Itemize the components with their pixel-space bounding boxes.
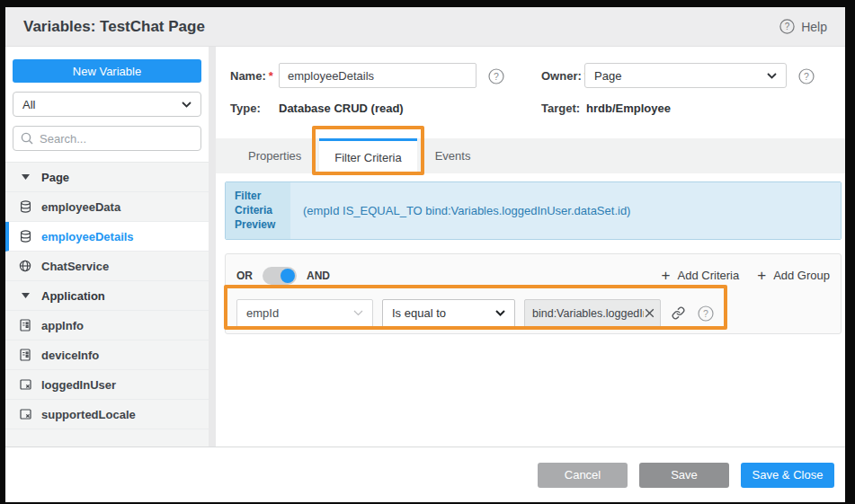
variable-label: appInfo xyxy=(41,319,84,332)
app-document-icon xyxy=(18,319,32,332)
svg-text:?: ? xyxy=(494,70,499,81)
condition-value: Is equal to xyxy=(392,306,495,320)
variable-list: Page employeeData employeeDetails ChatSe… xyxy=(5,162,216,447)
dataset-icon xyxy=(18,379,32,390)
preview-expression: (empId IS_EQUAL_TO bind:Variables.logged… xyxy=(290,182,841,239)
caret-down-icon xyxy=(18,293,32,298)
tab-events[interactable]: Events xyxy=(417,138,489,173)
database-icon xyxy=(18,230,32,243)
variable-item-deviceInfo[interactable]: deviceInfo xyxy=(5,340,216,370)
help-button[interactable]: ? Help xyxy=(779,19,827,34)
and-label: AND xyxy=(307,270,330,282)
dialog-body: New Variable All Page xyxy=(5,47,845,447)
target-label: Target: xyxy=(541,102,586,115)
variables-sidebar: New Variable All Page xyxy=(5,47,216,447)
variable-editor: Name:* ? Owner:* Page xyxy=(216,47,845,447)
target-value: hrdb/Employee xyxy=(586,102,671,115)
svg-text:?: ? xyxy=(703,308,708,319)
condition-select[interactable]: Is equal to xyxy=(382,299,515,328)
criteria-help-icon[interactable]: ? xyxy=(698,305,713,321)
variable-search xyxy=(13,126,201,151)
group-label: Application xyxy=(41,289,105,303)
sidebar-controls: New Variable All xyxy=(5,47,216,151)
chevron-down-icon xyxy=(495,310,505,316)
name-input[interactable] xyxy=(279,63,476,88)
variable-group-page[interactable]: Page xyxy=(5,163,216,192)
owner-help-icon[interactable]: ? xyxy=(798,68,814,84)
criteria-toolbar: OR AND + Add Criteria + Add Group xyxy=(236,265,830,287)
criteria-row: empId Is equal to bind:Var xyxy=(236,299,830,328)
variable-group-application[interactable]: Application xyxy=(5,281,216,311)
chevron-down-icon xyxy=(182,102,191,108)
caret-down-icon xyxy=(18,174,32,180)
type-label: Type: xyxy=(230,102,279,115)
variable-form: Name:* ? Owner:* Page xyxy=(216,47,845,115)
sidebar-scrollbar[interactable] xyxy=(209,47,216,447)
field-value: empId xyxy=(246,306,353,320)
editor-tabs: Properties Filter Criteria Events xyxy=(216,138,845,173)
field-select[interactable]: empId xyxy=(236,299,373,328)
or-label: OR xyxy=(236,270,253,282)
or-and-toggle[interactable] xyxy=(263,267,297,285)
owner-label: Owner:* xyxy=(541,69,584,83)
name-label: Name:* xyxy=(230,69,279,83)
variable-type-filter-value: All xyxy=(22,98,182,111)
owner-value: Page xyxy=(594,69,767,83)
variable-item-employeeData[interactable]: employeeData xyxy=(5,192,216,222)
help-label: Help xyxy=(801,20,827,34)
page-title: Variables: TestChat Page xyxy=(23,18,205,36)
app-document-icon xyxy=(18,349,32,361)
question-circle-icon: ? xyxy=(779,19,795,34)
clear-binding-icon[interactable] xyxy=(644,307,655,319)
add-criteria-button[interactable]: + Add Criteria xyxy=(662,268,740,283)
new-variable-button[interactable]: New Variable xyxy=(13,59,201,83)
required-marker: * xyxy=(269,69,273,83)
variable-item-appInfo[interactable]: appInfo xyxy=(5,311,216,340)
name-help-icon[interactable]: ? xyxy=(488,68,503,84)
cancel-button[interactable]: Cancel xyxy=(538,463,628,488)
variable-item-employeeDetails[interactable]: employeeDetails xyxy=(5,222,216,252)
search-icon xyxy=(21,132,33,145)
svg-text:?: ? xyxy=(804,70,809,81)
tab-properties[interactable]: Properties xyxy=(230,138,319,173)
variable-label: loggedInUser xyxy=(41,378,116,392)
preview-label: Filter Criteria Preview xyxy=(226,182,290,239)
plus-icon: + xyxy=(757,268,766,283)
variable-label: deviceInfo xyxy=(41,349,99,362)
variable-type-filter-select[interactable]: All xyxy=(13,92,201,117)
save-button[interactable]: Save xyxy=(639,463,729,488)
toggle-knob xyxy=(281,269,295,283)
chevron-down-icon xyxy=(767,73,777,79)
dataset-icon xyxy=(18,409,32,420)
filter-criteria-preview: Filter Criteria Preview (empId IS_EQUAL_… xyxy=(225,181,842,240)
search-input[interactable] xyxy=(40,132,193,146)
globe-icon xyxy=(18,260,32,272)
criteria-builder: OR AND + Add Criteria + Add Group xyxy=(225,253,842,334)
svg-text:?: ? xyxy=(785,22,790,31)
value-binding-field[interactable]: bind:Variables.loggedInU xyxy=(524,299,661,328)
database-icon xyxy=(18,200,32,213)
filter-criteria-panel: Filter Criteria Preview (empId IS_EQUAL_… xyxy=(216,173,845,447)
dialog-footer: Cancel Save Save & Close xyxy=(5,447,845,502)
variable-item-ChatService[interactable]: ChatService xyxy=(5,252,216,281)
variable-label: supportedLocale xyxy=(41,408,136,421)
add-group-button[interactable]: + Add Group xyxy=(757,268,830,283)
variable-label: ChatService xyxy=(41,260,109,273)
variable-item-loggedInUser[interactable]: loggedInUser xyxy=(5,370,216,400)
plus-icon: + xyxy=(662,268,671,283)
chevron-down-icon xyxy=(353,310,363,316)
tab-filter-criteria[interactable]: Filter Criteria xyxy=(319,138,416,173)
variables-dialog: Variables: TestChat Page ? Help New Vari… xyxy=(5,7,845,502)
dialog-header: Variables: TestChat Page ? Help xyxy=(5,7,845,47)
owner-select[interactable]: Page xyxy=(584,63,787,88)
type-value: Database CRUD (read) xyxy=(279,102,404,115)
variable-item-supportedLocale[interactable]: supportedLocale xyxy=(5,400,216,429)
variable-label: employeeDetails xyxy=(41,230,134,243)
bind-link-icon[interactable] xyxy=(672,306,685,320)
variable-label: employeeData xyxy=(41,200,120,214)
binding-value: bind:Variables.loggedInU xyxy=(532,307,644,320)
group-label: Page xyxy=(41,171,69,184)
save-and-close-button[interactable]: Save & Close xyxy=(741,463,834,488)
